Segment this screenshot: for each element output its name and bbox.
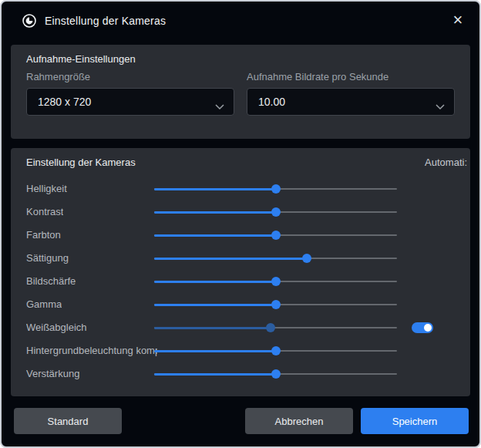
camera-lens-icon [22, 13, 37, 29]
slider-label: Gamma [26, 298, 62, 310]
slider-label: Sättigung [26, 252, 69, 264]
camera-settings-dialog: Einstellung der Kameras × Aufnahme-Einst… [0, 0, 481, 448]
slider-handle[interactable] [271, 300, 281, 309]
slider-fill [154, 258, 307, 260]
slider-handle[interactable] [271, 231, 281, 240]
toggle-knob [424, 324, 432, 332]
slider-handle[interactable] [271, 184, 281, 194]
slider-row: Kontrast [11, 200, 470, 224]
slider-fill [154, 350, 276, 352]
title-bar: Einstellung der Kameras × [2, 2, 479, 42]
slider[interactable] [154, 293, 397, 316]
slider-handle[interactable] [266, 323, 275, 332]
dialog-title: Einstellung der Kameras [45, 15, 166, 27]
slider-row: Gamma [11, 293, 470, 316]
camera-settings-panel: Einstellung der Kameras Automati: Hellig… [11, 148, 470, 396]
cancel-button[interactable]: Abbrechen [245, 408, 353, 434]
slider-fill [154, 234, 276, 237]
chevron-down-icon [215, 99, 224, 113]
slider-handle[interactable] [302, 254, 311, 263]
automatic-column-label: Automati: [425, 157, 467, 168]
slider-row: Farbton [11, 224, 470, 247]
slider-fill [154, 188, 276, 190]
slider-handle[interactable] [271, 207, 281, 217]
slider-fill [154, 304, 276, 306]
slider[interactable] [154, 339, 397, 362]
slider-handle[interactable] [271, 369, 281, 379]
slider-label: Helligkeit [26, 183, 67, 194]
slider-fill [154, 327, 271, 329]
slider-label: Kontrast [26, 206, 63, 217]
slider-fill [154, 211, 276, 214]
slider-label: Weißabgleich [26, 322, 87, 333]
slider[interactable] [154, 362, 397, 386]
slider[interactable] [154, 247, 397, 270]
slider-fill [154, 281, 276, 283]
slider-label: Bildschärfe [26, 275, 76, 287]
slider[interactable] [154, 270, 397, 293]
frame-rate-value: 10.00 [258, 96, 285, 108]
slider-label: Verstärkung [26, 368, 79, 379]
frame-size-value: 1280 x 720 [38, 96, 91, 108]
slider-label: Farbton [26, 229, 61, 241]
slider-handle[interactable] [271, 346, 281, 355]
slider[interactable] [154, 224, 397, 247]
slider-row: Weißabgleich [11, 316, 470, 339]
save-button[interactable]: Speichern [361, 408, 469, 434]
slider-label: Hintergrundbeleuchtung komp [26, 345, 157, 356]
recording-section-title: Aufnahme-Einstellungen [26, 53, 136, 65]
standard-button[interactable]: Standard [14, 408, 122, 434]
frame-rate-select[interactable]: 10.00 [247, 88, 455, 116]
frame-size-select[interactable]: 1280 x 720 [26, 88, 234, 116]
auto-toggle[interactable] [412, 322, 433, 333]
slider-list: Helligkeit Kontrast Farbton [11, 177, 470, 386]
slider[interactable] [154, 177, 397, 200]
slider-row: Hintergrundbeleuchtung komp [11, 339, 470, 362]
slider-handle[interactable] [271, 277, 281, 286]
slider-row: Verstärkung [11, 362, 470, 386]
frame-rate-label: Aufnahme Bildrate pro Sekunde [247, 71, 388, 83]
slider-row: Bildschärfe [11, 270, 470, 293]
frame-size-label: Rahmengröße [26, 71, 90, 83]
slider[interactable] [154, 200, 397, 224]
slider[interactable] [154, 316, 397, 339]
close-icon[interactable]: × [447, 9, 469, 31]
slider-row: Sättigung [11, 247, 470, 270]
slider-row: Helligkeit [11, 177, 470, 200]
camera-section-title: Einstellung der Kameras [26, 157, 136, 168]
recording-settings-panel: Aufnahme-Einstellungen Rahmengröße 1280 … [11, 45, 470, 139]
slider-fill [154, 373, 276, 376]
chevron-down-icon [436, 99, 445, 113]
